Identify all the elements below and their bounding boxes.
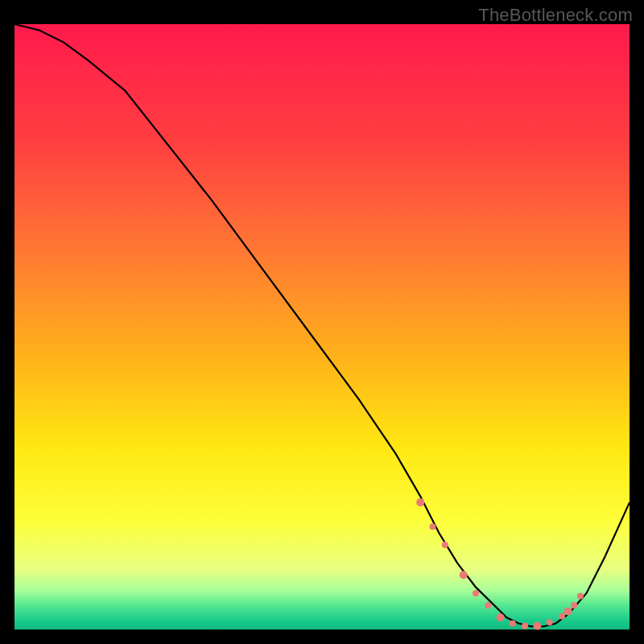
gradient-background — [14, 24, 630, 630]
highlight-dot — [430, 523, 436, 530]
highlight-dot — [442, 542, 448, 548]
bottleneck-chart — [0, 0, 644, 644]
highlight-dot — [522, 623, 528, 630]
highlight-dot — [416, 498, 424, 506]
highlight-dot — [533, 622, 541, 630]
highlight-dot — [485, 602, 491, 609]
chart-frame: TheBottleneck.com — [0, 0, 644, 644]
highlight-dot — [577, 593, 584, 600]
highlight-dot — [497, 613, 505, 621]
highlight-dot — [510, 621, 516, 627]
highlight-dot — [559, 613, 565, 620]
highlight-dot — [564, 607, 572, 615]
highlight-dot — [473, 590, 479, 597]
watermark-text: TheBottleneck.com — [478, 5, 633, 26]
highlight-dot — [460, 571, 468, 579]
highlight-dot — [547, 619, 553, 625]
highlight-dot — [571, 602, 577, 609]
